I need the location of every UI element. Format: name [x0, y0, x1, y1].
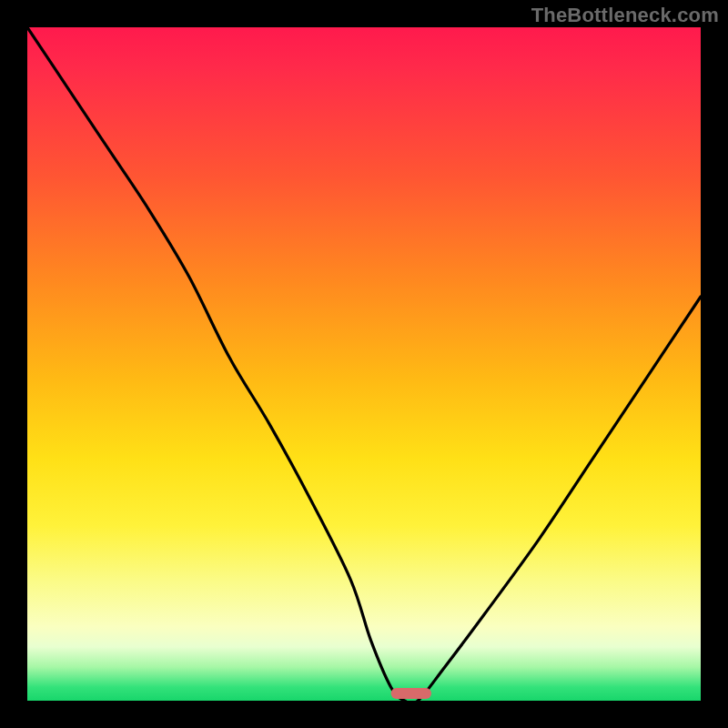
curve-layer — [27, 27, 701, 701]
bottleneck-curve — [27, 27, 701, 701]
minimum-marker — [391, 688, 431, 699]
watermark-text: TheBottleneck.com — [531, 4, 719, 27]
plot-area — [27, 27, 701, 701]
chart-frame: TheBottleneck.com — [0, 0, 728, 728]
